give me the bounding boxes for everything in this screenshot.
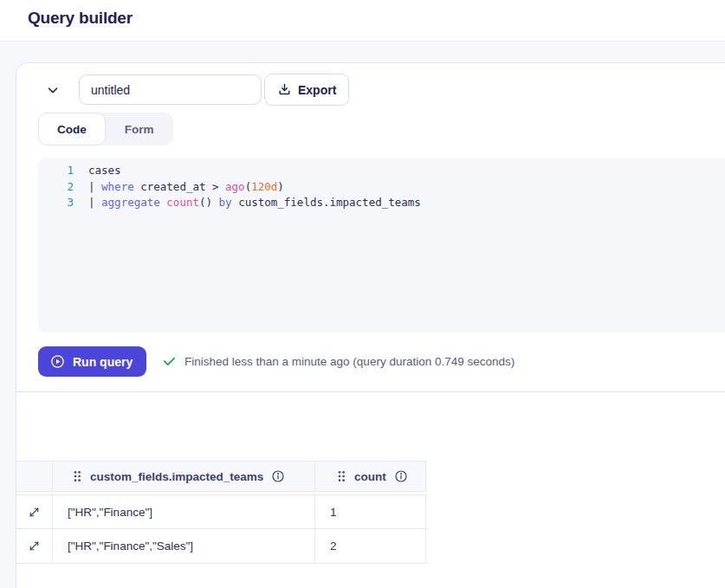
panel-divider xyxy=(16,391,725,392)
page-title: Query builder xyxy=(28,9,133,28)
line-number: 1 xyxy=(38,163,88,179)
cell-impacted-teams: ["HR","Finance"] xyxy=(53,495,315,528)
play-circle-icon xyxy=(49,353,66,370)
app-header: Query builder xyxy=(0,0,725,42)
results-table-body: ["HR","Finance"]1["HR","Finance","Sales"… xyxy=(16,494,427,564)
run-query-label: Run query xyxy=(73,355,133,369)
results-table: custom_fields.impacted_teams count ["HR"… xyxy=(16,461,427,564)
query-status-text: Finished less than a minute ago (query d… xyxy=(184,355,515,368)
table-row: ["HR","Finance"]1 xyxy=(16,494,427,529)
header-cell-count[interactable]: count xyxy=(315,462,426,491)
line-number: 2 xyxy=(38,179,88,196)
code-token: created_at > xyxy=(134,179,225,196)
code-token: | xyxy=(88,195,101,211)
tab-form[interactable]: Form xyxy=(106,113,173,145)
row-expand-cell xyxy=(16,529,53,563)
row-expand-cell xyxy=(16,495,53,528)
code-token: ( xyxy=(245,179,252,196)
export-button[interactable]: Export xyxy=(264,74,349,106)
code-token: where xyxy=(101,179,134,196)
check-icon xyxy=(162,354,177,369)
code-token: custom_fields.impacted_teams xyxy=(232,195,421,211)
info-icon[interactable] xyxy=(394,469,408,483)
cell-impacted-teams: ["HR","Finance","Sales"] xyxy=(53,529,315,563)
editor-mode-tabs: Code Form xyxy=(38,113,173,145)
results-table-header: custom_fields.impacted_teams count xyxy=(16,461,427,492)
code-token: 120d xyxy=(251,179,277,196)
code-token: cases xyxy=(88,163,121,179)
code-token: ago xyxy=(225,179,245,196)
expand-row-button[interactable] xyxy=(27,539,42,553)
code-token: aggregate xyxy=(101,195,160,211)
cell-count: 1 xyxy=(315,495,426,528)
code-token: () xyxy=(199,195,219,211)
header-cell-impacted-teams[interactable]: custom_fields.impacted_teams xyxy=(53,462,315,491)
collapse-query-button[interactable] xyxy=(41,78,65,102)
chevron-down-icon xyxy=(45,82,61,98)
expand-icon xyxy=(27,539,42,553)
query-name-input[interactable] xyxy=(79,74,262,105)
query-builder-panel: Export Code Form 1cases2| where created_… xyxy=(16,62,725,588)
code-token: | xyxy=(88,179,101,196)
expand-icon xyxy=(27,505,42,520)
query-status: Finished less than a minute ago (query d… xyxy=(162,346,515,377)
drag-handle-icon[interactable] xyxy=(336,470,346,482)
code-token xyxy=(160,195,167,211)
info-icon[interactable] xyxy=(271,469,285,483)
download-icon xyxy=(277,82,292,97)
code-token: count xyxy=(166,195,199,211)
line-number: 3 xyxy=(38,195,88,211)
run-query-button[interactable]: Run query xyxy=(38,346,146,377)
code-line: 2| where created_at > ago(120d) xyxy=(38,179,725,196)
code-line: 3| aggregate count() by custom_fields.im… xyxy=(38,195,725,211)
drag-handle-icon[interactable] xyxy=(72,470,82,482)
tab-code[interactable]: Code xyxy=(38,113,106,145)
table-row: ["HR","Finance","Sales"]2 xyxy=(16,529,427,564)
expand-row-button[interactable] xyxy=(27,505,42,520)
code-editor[interactable]: 1cases2| where created_at > ago(120d)3| … xyxy=(38,158,725,333)
code-token: ) xyxy=(277,179,284,196)
column-label: count xyxy=(354,470,386,483)
column-label: custom_fields.impacted_teams xyxy=(90,470,263,483)
cell-count: 2 xyxy=(315,529,426,563)
header-cell-expand xyxy=(16,462,53,491)
export-button-label: Export xyxy=(298,83,336,97)
code-line: 1cases xyxy=(38,163,725,179)
code-token: by xyxy=(219,195,232,211)
